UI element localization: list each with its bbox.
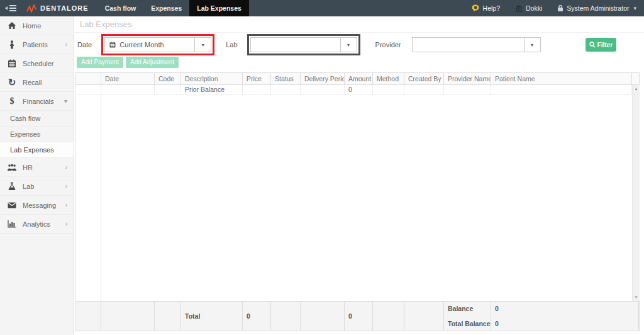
sidebar-item-scheduler[interactable]: Scheduler bbox=[0, 54, 74, 73]
column-header-created-by[interactable]: Created By bbox=[404, 73, 444, 85]
total-balance-value: 0 bbox=[495, 316, 638, 331]
clinic-menu[interactable]: Dokki bbox=[515, 4, 542, 12]
column-header-handle[interactable] bbox=[76, 73, 101, 85]
total-balance-label: Total Balance bbox=[448, 316, 491, 331]
sidebar-subitem-label: Cash flow bbox=[10, 115, 40, 122]
date-dropdown-caret-icon[interactable]: ▾ bbox=[194, 38, 211, 52]
lab-filter-label: Lab bbox=[226, 41, 237, 48]
sidebar-subitem-lab-expenses[interactable]: Lab Expenses bbox=[0, 142, 74, 158]
column-header-status[interactable]: Status bbox=[271, 73, 301, 85]
sidebar-item-recall[interactable]: ↻ Recall bbox=[0, 73, 74, 92]
calendar-icon bbox=[6, 59, 18, 68]
lab-dropdown-caret-icon[interactable]: ▾ bbox=[340, 38, 357, 52]
tab-lab-expenses[interactable]: Lab Expenses bbox=[189, 0, 249, 16]
chevron-right-icon: › bbox=[65, 164, 67, 171]
sidebar-item-messaging[interactable]: Messaging › bbox=[0, 196, 74, 215]
provider-dropdown[interactable]: ▾ bbox=[412, 37, 541, 52]
sidebar-toggle-icon[interactable] bbox=[5, 5, 16, 11]
date-dropdown[interactable]: Current Month ▾ bbox=[104, 37, 211, 52]
filter-button-label: Filter bbox=[597, 42, 613, 48]
top-tabs: Cash flow Expenses Lab Expenses bbox=[97, 0, 249, 16]
column-header-code[interactable]: Code bbox=[155, 73, 181, 85]
refresh-icon: ↻ bbox=[6, 77, 18, 87]
column-header-patient-name[interactable]: Patient Name bbox=[491, 73, 632, 85]
cell-provider-name bbox=[444, 85, 491, 95]
footer-total-label: Total bbox=[181, 302, 243, 331]
tab-cash-flow[interactable]: Cash flow bbox=[97, 0, 144, 16]
user-menu[interactable]: System Administrator ▾ bbox=[557, 4, 636, 12]
balance-label: Balance bbox=[448, 302, 491, 316]
topbar-right: Help? Dokki System Administrator ▾ bbox=[472, 4, 636, 12]
footer-delivery-period bbox=[301, 302, 345, 331]
sidebar-item-home[interactable]: Home bbox=[0, 16, 74, 35]
filter-bar: Date Current Month ▾ Lab ▾ Provider ▾ F bbox=[74, 33, 644, 57]
dollar-icon: $ bbox=[6, 96, 18, 106]
sidebar-subitem-expenses[interactable]: Expenses bbox=[0, 127, 74, 142]
footer-price-total: 0 bbox=[243, 302, 271, 331]
column-header-delivery-period[interactable]: Delivery Period bbox=[301, 73, 345, 85]
row-handle-column bbox=[76, 85, 101, 301]
chevron-right-icon: › bbox=[65, 41, 67, 48]
action-bar: Add Payment Add Adjustment bbox=[74, 57, 644, 72]
column-header-description[interactable]: Description bbox=[181, 73, 243, 85]
sidebar-item-patients[interactable]: Patients › bbox=[0, 35, 74, 54]
lock-icon bbox=[557, 4, 564, 12]
lab-expenses-table: Date Code Description Price Status Deliv… bbox=[75, 72, 640, 331]
date-filter-label: Date bbox=[77, 41, 92, 48]
sidebar-subitem-cash-flow[interactable]: Cash flow bbox=[0, 111, 74, 127]
patient-icon bbox=[6, 40, 18, 49]
balance-value: 0 bbox=[495, 302, 638, 316]
sidebar-item-hr[interactable]: HR › bbox=[0, 158, 74, 177]
cell-patient-name bbox=[491, 85, 632, 95]
footer-created-by bbox=[404, 302, 444, 331]
home-icon bbox=[6, 21, 18, 30]
column-header-date[interactable]: Date bbox=[101, 73, 155, 85]
lab-dropdown[interactable]: ▾ bbox=[250, 37, 357, 52]
scroll-down-icon[interactable]: ▼ bbox=[635, 293, 638, 301]
cell-created-by bbox=[404, 85, 444, 95]
sidebar-item-financials[interactable]: $ Financials ▾ bbox=[0, 92, 74, 111]
clinic-label: Dokki bbox=[526, 4, 542, 12]
sidebar-item-lab[interactable]: Lab › bbox=[0, 177, 74, 196]
date-dropdown-value: Current Month bbox=[119, 41, 164, 48]
cell-delivery-period bbox=[301, 85, 345, 95]
vertical-scrollbar[interactable]: ▲ ▼ bbox=[632, 85, 640, 301]
table-row[interactable]: Prior Balance 0 bbox=[76, 85, 632, 95]
help-menu[interactable]: Help? bbox=[472, 4, 500, 12]
add-payment-button[interactable]: Add Payment bbox=[77, 57, 123, 68]
help-bubble-icon bbox=[472, 4, 480, 12]
flask-icon bbox=[6, 182, 18, 190]
sidebar-item-analytics[interactable]: Analytics › bbox=[0, 215, 74, 234]
footer-status bbox=[271, 302, 301, 331]
cell-code bbox=[155, 85, 181, 95]
footer-code bbox=[155, 302, 181, 331]
sidebar-item-label: Messaging bbox=[23, 202, 56, 209]
cell-status bbox=[271, 85, 301, 95]
column-header-price[interactable]: Price bbox=[243, 73, 271, 85]
sidebar-item-label: Home bbox=[23, 22, 41, 30]
column-header-provider-name[interactable]: Provider Name bbox=[444, 73, 491, 85]
people-group-icon bbox=[6, 164, 18, 171]
provider-dropdown-caret-icon[interactable]: ▾ bbox=[524, 38, 540, 52]
cell-date bbox=[101, 85, 155, 95]
red-highlight-annotation: Current Month ▾ bbox=[101, 34, 214, 55]
footer-handle bbox=[76, 302, 101, 331]
filter-button[interactable]: Filter bbox=[586, 38, 616, 52]
tab-expenses[interactable]: Expenses bbox=[143, 0, 189, 16]
table-body: Prior Balance 0 ▲ ▼ bbox=[75, 85, 640, 301]
column-header-method[interactable]: Method bbox=[373, 73, 404, 85]
footer-amount-total: 0 bbox=[345, 302, 373, 331]
collapse-arrow-icon bbox=[5, 6, 8, 10]
column-header-amount[interactable]: Amount bbox=[345, 73, 373, 85]
cell-method bbox=[373, 85, 404, 95]
hamburger-icon bbox=[9, 5, 16, 11]
cell-price bbox=[243, 85, 271, 95]
search-icon bbox=[589, 42, 596, 48]
brand[interactable]: DENTALORE bbox=[26, 4, 89, 13]
sidebar-item-label: HR bbox=[23, 164, 33, 171]
user-chevron-down-icon: ▾ bbox=[633, 5, 636, 11]
chevron-down-icon: ▾ bbox=[64, 98, 67, 105]
sidebar-item-label: Scheduler bbox=[23, 60, 54, 67]
scroll-up-icon[interactable]: ▲ bbox=[635, 85, 638, 93]
add-adjustment-button[interactable]: Add Adjustment bbox=[126, 57, 179, 68]
